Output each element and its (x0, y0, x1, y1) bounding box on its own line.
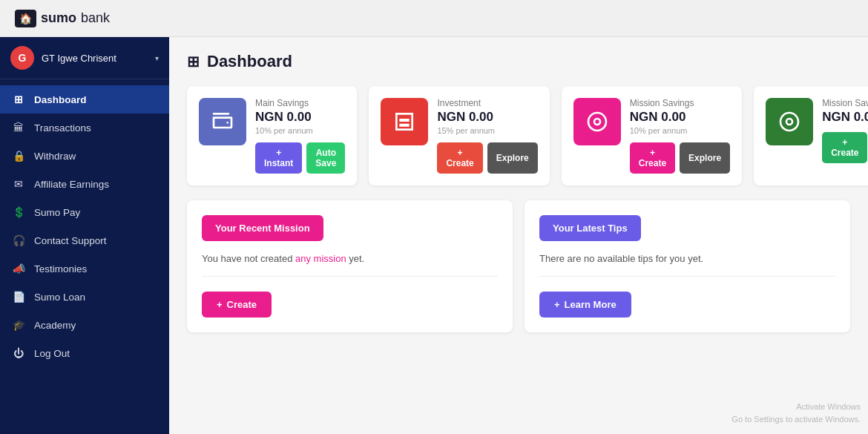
sidebar-item-label: Sumo Loan (34, 292, 85, 303)
mission-savings-1-rate: 10% per annum (630, 126, 730, 135)
mission-savings-1-actions: + Create Explore (630, 142, 730, 174)
sidebar-item-label: Contact Support (34, 235, 107, 246)
main-savings-actions: + Instant Auto Save (255, 142, 345, 174)
mission-savings-card-1: Mission Savings NGN 0.00 10% per annum +… (562, 86, 742, 185)
grid-icon: ⊞ (12, 93, 25, 105)
recent-mission-badge: Your Recent Mission (202, 215, 323, 241)
mission-savings-1-amount: NGN 0.00 (630, 110, 730, 125)
investment-info: Investment NGN 0.00 15% per annum + Crea… (437, 98, 537, 174)
chart-icon (392, 110, 416, 134)
dashboard-icon: ⊞ (187, 53, 200, 70)
sidebar-item-label: Testimonies (34, 263, 87, 274)
mission-savings-card-2: Mission Savings NGN 0.00 + Create Explor… (754, 86, 868, 185)
bank-icon: 🏛 (12, 122, 25, 134)
investment-actions: + Create Explore (437, 142, 537, 174)
sidebar-item-label: Affiliate Earnings (34, 179, 109, 190)
sidebar-item-sumo-pay[interactable]: 💲 Sumo Pay (0, 198, 169, 226)
mission1-create-button[interactable]: + Create (630, 142, 675, 174)
main-savings-info: Main Savings NGN 0.00 10% per annum + In… (255, 98, 345, 174)
plus-learn-icon: + (554, 299, 560, 310)
logo-bold: sumo (41, 10, 76, 26)
page-title: ⊞ Dashboard (187, 52, 850, 71)
latest-tips-empty-text: There are no available tips for you yet. (539, 253, 835, 277)
top-bar: 🏠 sumobank (0, 0, 868, 37)
power-icon: ⏻ (12, 347, 25, 359)
megaphone-icon: 📣 (12, 263, 25, 274)
recent-mission-card: Your Recent Mission You have not created… (187, 200, 513, 332)
investment-card: Investment NGN 0.00 15% per annum + Crea… (369, 86, 549, 185)
mission-savings-1-label: Mission Savings (630, 98, 730, 108)
sidebar-item-logout[interactable]: ⏻ Log Out (0, 339, 169, 367)
content-area: ⊞ Dashboard Main Savings NGN 0.00 10% pe… (169, 37, 868, 434)
sidebar-item-academy[interactable]: 🎓 Academy (0, 311, 169, 339)
dollar-icon: 💲 (12, 206, 25, 218)
sidebar-item-label: Academy (34, 320, 76, 331)
logo: 🏠 sumobank (15, 10, 110, 27)
mortarboard-icon: 🎓 (12, 319, 25, 331)
sidebar-item-label: Transactions (34, 122, 91, 134)
main-layout: G GT Igwe Chrisent ▾ ⊞ Dashboard 🏛 Trans… (0, 37, 868, 434)
main-savings-card: Main Savings NGN 0.00 10% per annum + In… (187, 86, 357, 185)
mission-savings-2-info: Mission Savings NGN 0.00 + Create Explor… (822, 98, 868, 163)
sidebar-item-sumo-loan[interactable]: 📄 Sumo Loan (0, 283, 169, 311)
investment-create-button[interactable]: + Create (437, 142, 482, 174)
instant-button[interactable]: + Instant (255, 142, 302, 174)
chevron-down-icon: ▾ (155, 54, 159, 62)
investment-icon-box (381, 98, 428, 145)
logo-icon: 🏠 (15, 10, 36, 27)
mission-highlight: any mission (295, 253, 346, 264)
latest-tips-badge: Your Latest Tips (539, 215, 641, 241)
create-mission-button[interactable]: + Create (202, 292, 272, 318)
avatar: G (10, 46, 34, 70)
mission2-create-button[interactable]: + Create (822, 132, 867, 163)
investment-label: Investment (437, 98, 537, 108)
target2-icon (777, 110, 801, 134)
sidebar-item-affiliate-earnings[interactable]: ✉ Affiliate Earnings (0, 170, 169, 198)
sidebar-item-testimonies[interactable]: 📣 Testimonies (0, 254, 169, 283)
wallet-icon (211, 110, 234, 134)
target-icon (585, 110, 609, 134)
learn-more-label: Learn More (565, 299, 617, 310)
logo-light: bank (81, 10, 110, 26)
recent-mission-empty-text: You have not created any mission yet. (202, 253, 498, 277)
latest-tips-card: Your Latest Tips There are no available … (525, 200, 850, 332)
sidebar-item-contact-support[interactable]: 🎧 Contact Support (0, 226, 169, 254)
main-savings-rate: 10% per annum (255, 126, 345, 135)
mission-savings-1-icon-box (573, 98, 621, 145)
sidebar: G GT Igwe Chrisent ▾ ⊞ Dashboard 🏛 Trans… (0, 37, 169, 434)
user-name: GT Igwe Chrisent (42, 53, 148, 64)
sidebar-item-label: Dashboard (34, 94, 87, 105)
sidebar-item-transactions[interactable]: 🏛 Transactions (0, 114, 169, 142)
mission-savings-2-actions: + Create Explore (822, 132, 868, 163)
create-label: Create (227, 299, 257, 310)
lock-icon: 🔒 (12, 150, 25, 162)
user-section[interactable]: G GT Igwe Chrisent ▾ (0, 37, 169, 79)
investment-amount: NGN 0.00 (437, 110, 537, 125)
mission-savings-2-icon-box (766, 98, 813, 145)
learn-more-button[interactable]: + Learn More (539, 292, 631, 318)
main-savings-amount: NGN 0.00 (255, 110, 345, 125)
envelope-icon: ✉ (12, 178, 25, 190)
sidebar-item-label: Log Out (34, 348, 70, 359)
headset-icon: 🎧 (12, 234, 25, 246)
page-title-text: Dashboard (207, 52, 292, 71)
nav-items: ⊞ Dashboard 🏛 Transactions 🔒 Withdraw ✉ … (0, 79, 169, 434)
sidebar-item-dashboard[interactable]: ⊞ Dashboard (0, 85, 169, 114)
plus-icon: + (217, 299, 223, 310)
mission-savings-2-label: Mission Savings (822, 98, 868, 108)
main-savings-label: Main Savings (255, 98, 345, 108)
mission-savings-2-amount: NGN 0.00 (822, 110, 868, 125)
doc-icon: 📄 (12, 291, 25, 303)
investment-explore-button[interactable]: Explore (487, 142, 538, 174)
autosave-button[interactable]: Auto Save (306, 142, 345, 174)
sidebar-item-label: Sumo Pay (34, 207, 80, 218)
sidebar-item-withdraw[interactable]: 🔒 Withdraw (0, 142, 169, 170)
cards-row: Main Savings NGN 0.00 10% per annum + In… (187, 86, 850, 185)
mission1-explore-button[interactable]: Explore (680, 142, 730, 174)
bottom-row: Your Recent Mission You have not created… (187, 200, 850, 332)
sidebar-item-label: Withdraw (34, 151, 76, 162)
main-savings-icon-box (199, 98, 246, 145)
investment-rate: 15% per annum (437, 126, 537, 135)
mission-savings-1-info: Mission Savings NGN 0.00 10% per annum +… (630, 98, 730, 174)
